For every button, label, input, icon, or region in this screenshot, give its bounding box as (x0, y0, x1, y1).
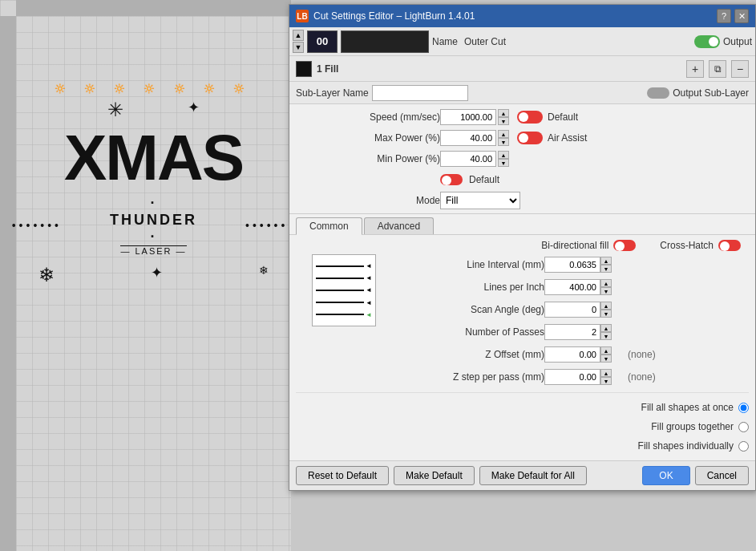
min-power-value-box: ▲ ▼ (440, 151, 509, 167)
remove-sublayer-button[interactable]: − (731, 60, 749, 78)
make-default-button[interactable]: Make Default (394, 466, 475, 485)
cancel-button[interactable]: Cancel (695, 466, 749, 485)
scan-line-3: ◄ (316, 286, 372, 294)
tabs-row: Common Advanced (289, 214, 755, 235)
default-toggle-label: Default (469, 174, 499, 185)
help-button[interactable]: ? (717, 9, 731, 23)
speed-down[interactable]: ▼ (498, 117, 509, 125)
scan-angle-up[interactable]: ▲ (600, 302, 612, 310)
max-power-down[interactable]: ▼ (498, 138, 509, 146)
max-power-input[interactable] (440, 130, 496, 146)
z-step-down[interactable]: ▼ (600, 377, 612, 385)
output-sub-toggle[interactable] (647, 87, 669, 99)
speed-input[interactable] (440, 109, 496, 125)
crosshatch-row: Cross-Hatch (660, 240, 741, 251)
max-power-spinners: ▲ ▼ (498, 130, 509, 146)
z-step-row: Z step per pass (mm) ▲ ▼ (none) (384, 367, 749, 387)
z-offset-input[interactable] (544, 346, 600, 363)
dialog-title-text: Cut Settings Editor – LightBurn 1.4.01 (313, 10, 475, 22)
subtitle-row: ••••••• · THUNDER · — LASER — ••••••• (12, 195, 291, 256)
make-default-all-button[interactable]: Make Default for All (479, 466, 587, 485)
lines-per-inch-input[interactable] (544, 279, 600, 295)
num-passes-label: Number of Passes (384, 326, 544, 338)
dialog-body: ▲ ▼ 00 Name Outer Cut Output 1 Fill + ⧉ … (289, 27, 755, 490)
fill-individually-radio[interactable] (738, 441, 749, 452)
sublayer-row: Sub-Layer Name Output Sub-Layer (289, 82, 755, 104)
add-sublayer-button[interactable]: + (686, 60, 704, 78)
tab-common[interactable]: Common (296, 217, 362, 235)
num-passes-up[interactable]: ▲ (600, 324, 612, 332)
scan-line-4: ◄ (316, 299, 372, 306)
close-button[interactable]: ✕ (734, 9, 749, 23)
dots-right: ••••••• (245, 219, 291, 232)
crosshatch-toggle[interactable] (718, 240, 741, 251)
min-power-spinners: ▲ ▼ (498, 151, 509, 167)
z-offset-down[interactable]: ▼ (600, 355, 612, 363)
line-interval-spinners: ▲ ▼ (600, 257, 612, 273)
speed-default-toggle[interactable] (517, 111, 543, 124)
dialog-titlebar: LB Cut Settings Editor – LightBurn 1.4.0… (289, 5, 755, 27)
snowflake-left: ✳ (107, 99, 123, 121)
min-power-input[interactable] (440, 151, 496, 167)
line-interval-input[interactable] (544, 257, 600, 273)
fill-all-label: Fill all shapes at once (641, 402, 734, 413)
fill-label: 1 Fill (317, 63, 338, 75)
num-passes-row: Number of Passes ▲ ▼ (384, 322, 749, 342)
z-offset-up[interactable]: ▲ (600, 346, 612, 355)
mode-select[interactable]: Fill Line Fill+Line (440, 192, 520, 209)
ok-button[interactable]: OK (642, 466, 689, 485)
layer-number: 00 (307, 30, 338, 53)
min-power-down[interactable]: ▼ (498, 159, 509, 167)
snowflake-bottom-right2: ❄ (259, 264, 269, 286)
copy-sublayer-button[interactable]: ⧉ (709, 60, 726, 78)
max-power-toggle[interactable] (517, 132, 543, 144)
layer-scroll-up[interactable]: ▲ (293, 30, 304, 41)
layer-row: ▲ ▼ 00 Name Outer Cut Output (289, 27, 755, 56)
star-right: ✦ (188, 99, 200, 121)
bidirectional-label: Bi-directional fill (541, 240, 608, 251)
z-step-up[interactable]: ▲ (600, 369, 612, 377)
z-offset-label: Z Offset (mm) (384, 349, 544, 360)
lines-per-inch-up[interactable]: ▲ (600, 279, 612, 287)
layer-scroll-down[interactable]: ▼ (293, 42, 304, 53)
layer-color-bar (341, 30, 429, 53)
fill-individually-label: Fill shapes individually (638, 440, 734, 452)
speed-value-box: ▲ ▼ (440, 109, 509, 125)
scan-section: Bi-directional fill Cross-Hatch ◄ (289, 235, 755, 460)
max-power-label: Max Power (%) (296, 132, 440, 144)
fill-individually-row: Fill shapes individually (296, 436, 749, 456)
mode-row: Mode Fill Line Fill+Line (296, 191, 749, 210)
line-interval-up[interactable]: ▲ (600, 257, 612, 265)
speed-up[interactable]: ▲ (498, 109, 509, 117)
scan-line-1: ◄ (316, 262, 372, 269)
output-area: Output (694, 35, 752, 48)
scan-line-5: ◄ (316, 311, 372, 318)
params-section: Speed (mm/sec) ▲ ▼ Default Max Power (%) (289, 104, 755, 214)
max-power-value-box: ▲ ▼ (440, 130, 509, 146)
fill-groups-radio[interactable] (738, 422, 749, 432)
num-passes-down[interactable]: ▼ (600, 332, 612, 340)
bidirectional-toggle[interactable] (613, 240, 636, 251)
sublayer-right: Output Sub-Layer (647, 87, 749, 99)
line-interval-down[interactable]: ▼ (600, 265, 612, 273)
z-step-input[interactable] (544, 369, 600, 385)
reset-button[interactable]: Reset to Default (296, 466, 389, 485)
fill-options-section: Fill all shapes at once Fill groups toge… (296, 392, 749, 456)
sublayer-name-input[interactable] (372, 85, 468, 101)
tab-advanced[interactable]: Advanced (364, 217, 434, 234)
snowflake-bottom-left: ❄ (38, 264, 55, 286)
cut-settings-dialog: LB Cut Settings Editor – LightBurn 1.4.0… (289, 4, 756, 491)
fill-all-radio[interactable] (738, 403, 749, 413)
layer-name-area: Name Outer Cut (432, 36, 691, 47)
scan-angle-input[interactable] (544, 302, 600, 318)
max-power-up[interactable]: ▲ (498, 130, 509, 138)
air-assist-label: Air Assist (548, 132, 587, 144)
min-power-up[interactable]: ▲ (498, 151, 509, 159)
num-passes-input[interactable] (544, 324, 600, 340)
default-toggle[interactable] (440, 174, 463, 185)
scan-angle-spinners: ▲ ▼ (600, 302, 612, 318)
output-toggle[interactable] (694, 35, 720, 48)
lines-per-inch-down[interactable]: ▼ (600, 287, 612, 295)
scan-angle-down[interactable]: ▼ (600, 310, 612, 318)
z-offset-row: Z Offset (mm) ▲ ▼ (none) (384, 344, 749, 365)
